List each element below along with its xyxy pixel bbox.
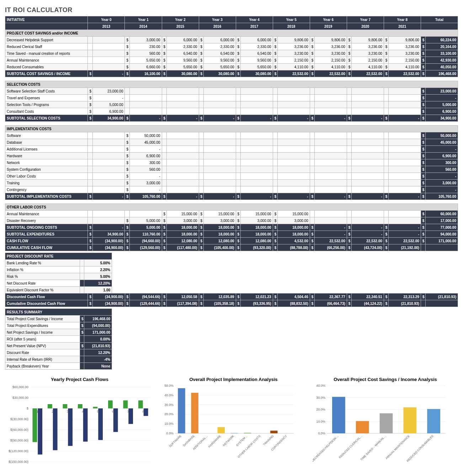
charts-container: Yearly Project Cash Flows $60,000.00$30,…	[5, 377, 458, 476]
row-label: Annual Maintenance	[5, 57, 88, 64]
svg-text:0.0%: 0.0%	[318, 432, 325, 435]
svg-rect-25	[78, 404, 83, 408]
row-label: System Configuration	[5, 166, 88, 173]
svg-rect-53	[178, 388, 185, 433]
row-label: Reduced Consumables	[5, 64, 88, 70]
svg-rect-22	[63, 404, 68, 408]
row-label: Decreased Helpdesk Support	[5, 37, 88, 43]
svg-rect-31	[108, 400, 113, 408]
svg-text:50.0%: 50.0%	[164, 384, 174, 387]
svg-text:$: $	[27, 407, 28, 410]
roi-table: INITIATIVEYear 0Year 1Year 2Year 3Year 4…	[5, 16, 458, 251]
svg-text:5: 5	[97, 410, 99, 413]
svg-rect-17	[38, 408, 42, 455]
svg-rect-84	[356, 421, 369, 433]
svg-rect-61	[231, 433, 238, 433]
svg-text:40.0%: 40.0%	[316, 384, 325, 387]
row-label: Software Selection Staff Costs	[5, 88, 88, 95]
svg-text:TRAINING: TRAINING	[262, 434, 274, 446]
chart-implementation: Overall Project Implementation Analysis …	[161, 377, 306, 476]
svg-text:$(120,000.00): $(120,000.00)	[9, 449, 28, 453]
row-label: Reduced Clerical Staff	[5, 43, 88, 50]
svg-text:$30,000.00: $30,000.00	[12, 396, 28, 400]
svg-text:$(30,000.00): $(30,000.00)	[10, 417, 28, 421]
row-label: Disaster Recovery	[5, 217, 88, 224]
svg-rect-28	[93, 407, 98, 408]
svg-text:4: 4	[82, 410, 84, 413]
svg-rect-63	[244, 433, 251, 433]
svg-text:DECREASED HELPDESK…: DECREASED HELPDESK…	[313, 434, 339, 462]
svg-text:20.0%: 20.0%	[164, 412, 174, 416]
svg-rect-20	[53, 408, 58, 450]
svg-text:SYSTEM…: SYSTEM…	[235, 434, 248, 447]
svg-rect-67	[270, 430, 277, 433]
svg-text:7: 7	[127, 410, 129, 413]
svg-text:$60,000.00: $60,000.00	[12, 385, 28, 389]
row-label: Training	[5, 180, 88, 186]
svg-rect-86	[380, 413, 393, 433]
svg-text:$(90,000.00): $(90,000.00)	[10, 439, 28, 442]
svg-text:OTHER LABOR COSTS: OTHER LABOR COSTS	[237, 434, 261, 459]
row-label: Consultant Costs	[5, 108, 88, 115]
svg-rect-16	[33, 408, 37, 442]
row-label: Annual Maintenance	[5, 211, 88, 217]
chart-cashflows: Yearly Project Cash Flows $60,000.00$30,…	[5, 377, 154, 476]
svg-text:REDUCED CLERICAL…: REDUCED CLERICAL…	[338, 434, 363, 459]
svg-text:6: 6	[112, 410, 114, 413]
row-label: Time Saved - manual creation of reports	[5, 50, 88, 57]
svg-text:10.0%: 10.0%	[164, 422, 174, 425]
svg-text:8: 8	[142, 410, 144, 413]
row-label: Travel and Expenses	[5, 95, 88, 101]
row-label: Database	[5, 139, 88, 146]
svg-rect-34	[123, 400, 128, 408]
svg-rect-88	[403, 407, 416, 433]
svg-text:HARDWARE: HARDWARE	[208, 434, 222, 448]
svg-text:30.0%: 30.0%	[164, 403, 174, 407]
svg-rect-90	[427, 409, 440, 433]
chart-savings: Overall Project Cost Savings / Income An…	[313, 377, 458, 476]
svg-text:0.0%: 0.0%	[166, 432, 174, 435]
row-label: Contingency	[5, 186, 88, 193]
svg-rect-37	[138, 400, 143, 408]
svg-rect-38	[144, 408, 148, 416]
row-label: Additional Licenses	[5, 146, 88, 153]
row-label: Software	[5, 132, 88, 139]
row-label: Network	[5, 159, 88, 166]
svg-text:20.0%: 20.0%	[316, 408, 325, 411]
discount-rate-table: PROJECT DISCOUNT RATEBank Lending Rate %…	[5, 253, 112, 293]
svg-text:$(60,000.00): $(60,000.00)	[10, 428, 28, 432]
svg-text:$(150,000.00): $(150,000.00)	[9, 460, 28, 464]
svg-text:3: 3	[67, 410, 69, 413]
dcf-table: Discounted Cash Flow$(34,900.00)$(94,544…	[5, 293, 458, 307]
svg-rect-59	[218, 427, 225, 433]
results-table: RESULTS SUMMARYTotal Project Cost Saving…	[5, 308, 112, 370]
svg-text:DATABASE: DATABASE	[182, 434, 195, 447]
col-initiative: INITIATIVE	[5, 16, 88, 23]
svg-text:REDUCED CONSUMABLES: REDUCED CONSUMABLES	[406, 434, 434, 462]
svg-text:30.0%: 30.0%	[316, 396, 325, 400]
svg-text:NETWORK: NETWORK	[222, 434, 235, 447]
svg-rect-23	[68, 408, 73, 446]
svg-text:SOFTWARE: SOFTWARE	[169, 434, 182, 448]
svg-rect-29	[98, 408, 103, 440]
svg-text:40.0%: 40.0%	[164, 393, 174, 397]
svg-rect-35	[128, 408, 133, 424]
svg-text:TIME SAVED – MANUAL…: TIME SAVED – MANUAL…	[360, 434, 387, 461]
row-label: Hardware	[5, 153, 88, 159]
svg-rect-26	[83, 408, 88, 441]
svg-text:2: 2	[52, 410, 53, 413]
page-title: IT ROI CALCULATOR	[5, 6, 458, 14]
row-label: Other Labor Costs	[5, 173, 88, 180]
svg-rect-19	[48, 404, 52, 408]
svg-text:10.0%: 10.0%	[316, 420, 325, 423]
svg-text:ANNUAL MAINTENANCE: ANNUAL MAINTENANCE	[385, 434, 410, 460]
row-label: Selection Tools / Programs	[5, 101, 88, 108]
svg-text:1: 1	[37, 410, 38, 413]
svg-rect-32	[113, 408, 118, 432]
svg-rect-55	[191, 393, 198, 433]
svg-rect-82	[332, 397, 345, 433]
